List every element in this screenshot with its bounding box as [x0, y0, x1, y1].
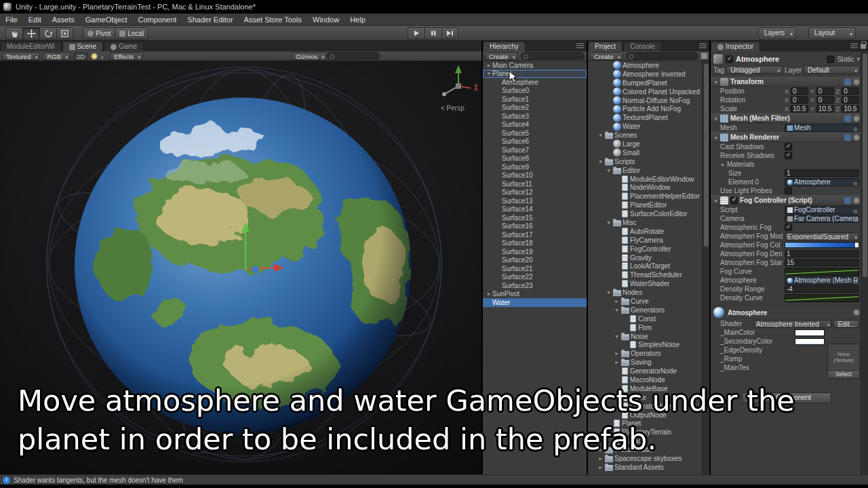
foldout-arrow-icon[interactable]	[713, 197, 718, 204]
transform-header[interactable]: Transform	[711, 77, 863, 87]
scene-search-input[interactable]	[327, 52, 380, 60]
menu-item[interactable]: Edit	[23, 14, 47, 26]
active-checkbox[interactable]	[726, 56, 733, 63]
hierarchy-row[interactable]: Surface16	[483, 222, 587, 231]
project-row[interactable]: ▼ Scenes	[588, 131, 702, 140]
foldout-arrow-icon[interactable]: ▼	[614, 334, 620, 339]
foldout-arrow-icon[interactable]	[720, 161, 725, 168]
project-row[interactable]: ► Operators	[588, 349, 702, 358]
fog-mode-dropdown[interactable]: ExponentialSquared	[785, 232, 859, 241]
tag-dropdown[interactable]: Untagged	[726, 66, 783, 74]
x-field[interactable]: 0	[791, 96, 808, 104]
hierarchy-row[interactable]: Surface5	[483, 129, 587, 138]
tab-hierarchy[interactable]: Hierarchy	[483, 41, 526, 52]
y-field[interactable]: 0	[816, 87, 834, 95]
gear-icon[interactable]	[853, 309, 860, 316]
mesh-object-field[interactable]: Mesh	[785, 124, 859, 132]
scene-lighting-icon[interactable]	[91, 53, 98, 60]
status-bar[interactable]: Shader wants tangents, but the mesh does…	[0, 474, 868, 485]
hierarchy-row[interactable]: Surface9	[483, 163, 587, 171]
layout-dropdown[interactable]: Layout	[808, 27, 856, 39]
inspector-scrollbar[interactable]	[861, 52, 868, 474]
draw-mode-dropdown[interactable]: Textured	[2, 52, 40, 60]
hierarchy-row[interactable]: Water	[483, 298, 587, 307]
hierarchy-row[interactable]: ► SunPivot	[483, 290, 587, 299]
project-row[interactable]: ModuleEditorWindow	[588, 175, 702, 184]
project-row[interactable]: ► Curve	[588, 297, 702, 306]
menu-item[interactable]: Shader Editor	[182, 14, 238, 26]
foldout-arrow-icon[interactable]	[713, 115, 718, 122]
foldout-arrow-icon[interactable]: ►	[486, 291, 492, 296]
hierarchy-row[interactable]: Surface8	[483, 155, 587, 163]
foldout-arrow-icon[interactable]: ►	[614, 360, 620, 365]
project-row[interactable]: Normal-Diffuse NoFog	[588, 96, 702, 105]
play-button[interactable]	[408, 27, 425, 39]
z-field[interactable]: 0	[842, 96, 859, 104]
local-toggle-button[interactable]: Local	[115, 27, 149, 39]
tab-game[interactable]: Game	[104, 41, 144, 52]
main-color-swatch[interactable]	[795, 329, 825, 336]
fog-start-field[interactable]: 15	[785, 259, 859, 266]
project-row[interactable]: Atmosphere Inverted	[588, 70, 702, 79]
layers-dropdown[interactable]: Layers	[758, 27, 796, 39]
y-field[interactable]: 10.5	[816, 105, 834, 113]
project-row[interactable]: ▼ Generators	[588, 306, 702, 314]
help-icon[interactable]	[844, 115, 851, 122]
foldout-arrow-icon[interactable]: ▼	[606, 290, 612, 295]
foldout-arrow-icon[interactable]: ►	[597, 465, 604, 470]
cast-shadows-checkbox[interactable]	[785, 143, 792, 150]
project-row[interactable]: BumpedPlanet	[588, 79, 702, 87]
help-icon[interactable]	[844, 134, 851, 141]
script-object-field[interactable]: FogController	[785, 206, 859, 214]
gear-icon[interactable]	[853, 79, 860, 85]
project-row[interactable]: ▼ Editor	[588, 166, 702, 175]
hierarchy-row[interactable]: Surface20	[483, 256, 587, 265]
project-row[interactable]: Particle Add NoFog	[588, 104, 702, 113]
hierarchy-row[interactable]: Surface21	[483, 264, 587, 273]
project-row[interactable]: LookAtTarget	[588, 262, 702, 270]
hierarchy-row[interactable]: Surface23	[483, 281, 587, 290]
foldout-arrow-icon[interactable]: ►	[614, 351, 620, 356]
tab-console[interactable]: Console	[623, 41, 662, 52]
foldout-arrow-icon[interactable]: ▼	[597, 133, 604, 138]
hierarchy-row[interactable]: Surface11	[483, 180, 587, 188]
foldout-arrow-icon[interactable]: ►	[486, 63, 492, 68]
component-enabled-checkbox[interactable]	[730, 197, 738, 204]
scrollbar-thumb[interactable]	[863, 54, 867, 277]
foldout-arrow-icon[interactable]: ▼	[606, 220, 612, 225]
project-row[interactable]: PlanetEditor	[588, 201, 702, 209]
fog-density-field[interactable]: 1	[785, 250, 859, 258]
gear-icon[interactable]	[853, 197, 860, 204]
hierarchy-row[interactable]: Surface18	[483, 239, 587, 248]
x-field[interactable]: 0	[791, 87, 808, 95]
hierarchy-row[interactable]: Surface1	[483, 95, 587, 104]
atmospheric-fog-checkbox[interactable]	[785, 224, 792, 231]
hierarchy-row[interactable]: Surface12	[483, 188, 587, 197]
project-row[interactable]: Colored Planet Unpacked	[588, 87, 702, 96]
project-row[interactable]: ▼ Scripts	[588, 157, 702, 166]
hierarchy-row[interactable]: Atmosphere	[483, 78, 587, 87]
project-search-input[interactable]	[626, 52, 698, 60]
hierarchy-row[interactable]: Surface2	[483, 104, 587, 113]
z-field[interactable]: 10.5	[842, 105, 859, 113]
density-range-field[interactable]: -4	[785, 285, 859, 293]
hierarchy-row[interactable]: Surface7	[483, 146, 587, 155]
materials-foldout-row[interactable]: Materials	[711, 160, 863, 169]
project-row[interactable]: SimplexNoise	[588, 341, 702, 350]
hierarchy-row[interactable]: Surface17	[483, 230, 587, 239]
project-create-dropdown[interactable]: Create	[590, 52, 623, 60]
hierarchy-row[interactable]: Surface14	[483, 205, 587, 214]
menu-item[interactable]: Window	[307, 14, 344, 26]
project-row[interactable]: ThreadScheduler	[588, 270, 702, 279]
project-row[interactable]: Fbm	[588, 323, 702, 332]
texture-select-button[interactable]: Select	[828, 370, 859, 378]
step-button[interactable]	[441, 27, 458, 39]
render-channels-dropdown[interactable]: RGB	[43, 52, 71, 60]
project-row[interactable]: NodeWindow	[588, 183, 702, 192]
foldout-arrow-icon[interactable]: ▼	[614, 308, 620, 312]
light-probes-checkbox[interactable]	[785, 187, 792, 195]
tab-inspector[interactable]: Inspector	[711, 41, 760, 52]
project-row[interactable]: Const	[588, 314, 702, 323]
effects-dropdown[interactable]: Effects	[110, 52, 143, 60]
project-row[interactable]: FogController	[588, 245, 702, 253]
